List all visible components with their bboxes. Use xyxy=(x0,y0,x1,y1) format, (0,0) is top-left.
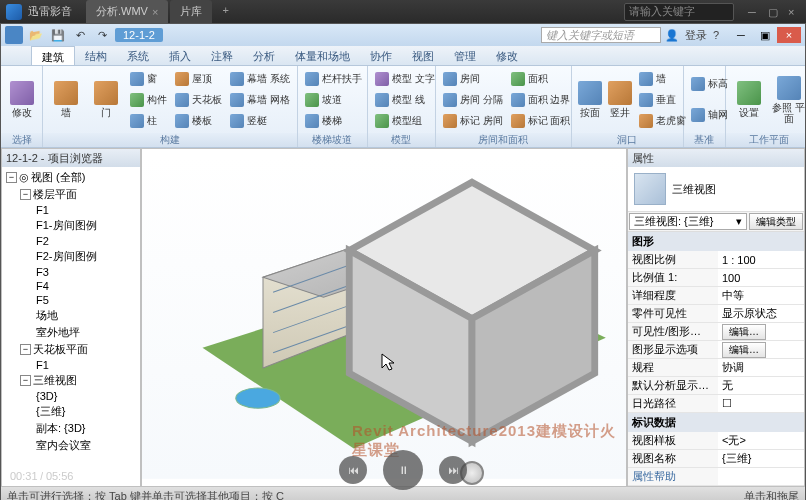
tree-item[interactable]: F3 xyxy=(4,265,138,279)
ribbon-tab-collab[interactable]: 协作 xyxy=(360,46,402,65)
dormer-button[interactable]: 老虎窗 xyxy=(636,111,689,131)
ceiling-button[interactable]: 天花板 xyxy=(172,90,225,110)
ribbon-tab-insert[interactable]: 插入 xyxy=(159,46,201,65)
player-tab-label: 分析.WMV xyxy=(96,4,148,19)
level-button[interactable]: 标高 xyxy=(688,74,731,94)
roof-button[interactable]: 屋顶 xyxy=(172,69,225,89)
floor-button[interactable]: 楼板 xyxy=(172,111,225,131)
ribbon-tab-systems[interactable]: 系统 xyxy=(117,46,159,65)
mullion-button[interactable]: 竖梃 xyxy=(227,111,293,131)
model-group-button[interactable]: 模型组 xyxy=(372,111,438,131)
column-button[interactable]: 柱 xyxy=(127,111,170,131)
stair-button[interactable]: 楼梯 xyxy=(302,111,365,131)
tree-node-ceilingplans[interactable]: −天花板平面 xyxy=(4,341,138,358)
maximize-button[interactable]: ▣ xyxy=(753,27,777,43)
tree-item[interactable]: F1 xyxy=(4,203,138,217)
wall-opening-button[interactable]: 墙 xyxy=(636,69,689,89)
prop-value[interactable]: 1 : 100 xyxy=(718,251,804,268)
grid-button[interactable]: 轴网 xyxy=(688,105,731,125)
ribbon-group-room-area: 房间和面积 xyxy=(436,133,571,147)
tree-item[interactable]: {三维} xyxy=(4,403,138,420)
player-search-input[interactable]: 请输入关键字 xyxy=(624,3,734,21)
close-button[interactable]: × xyxy=(777,27,801,43)
tree-item[interactable]: 场地 xyxy=(4,307,138,324)
viewport-3d[interactable]: ✋ Revit Architecture2013建模设计火星课堂 xyxy=(141,148,627,487)
tree-item[interactable]: {3D} xyxy=(4,389,138,403)
tree-item[interactable]: F1-房间图例 xyxy=(4,217,138,234)
ribbon-group-select: 选择 xyxy=(1,133,42,147)
tree-item[interactable]: 室外地坪 xyxy=(4,324,138,341)
revit-search-input[interactable]: 键入关键字或短语 xyxy=(541,27,661,43)
window-button[interactable]: 窗 xyxy=(127,69,170,89)
railing-button[interactable]: 栏杆扶手 xyxy=(302,69,365,89)
player-tabs: 分析.WMV × 片库 + xyxy=(86,0,237,23)
tree-item[interactable]: F5 xyxy=(4,293,138,307)
prop-label: 可见性/图形… xyxy=(628,323,718,340)
tree-item[interactable]: 副本: {3D} xyxy=(4,420,138,437)
minimize-button[interactable]: ─ xyxy=(729,27,753,43)
area-button[interactable]: 面积 xyxy=(508,69,574,89)
app-menu-button[interactable] xyxy=(5,26,23,44)
set-workplane-button[interactable]: 设置 xyxy=(730,68,768,131)
ribbon-tab-manage[interactable]: 管理 xyxy=(444,46,486,65)
ribbon-tab-architecture[interactable]: 建筑 xyxy=(31,46,75,65)
wall-button[interactable]: 墙 xyxy=(47,68,85,131)
model-line-button[interactable]: 模型 线 xyxy=(372,90,438,110)
qat-redo-icon[interactable]: ↷ xyxy=(93,26,111,44)
workspace: 12-1-2 - 项目浏览器 −◎ 视图 (全部) −楼层平面 F1 F1-房间… xyxy=(1,148,805,487)
close-icon[interactable]: × xyxy=(788,6,800,18)
tree-item[interactable]: 室内会议室 xyxy=(4,437,138,454)
ribbon-tab-structure[interactable]: 结构 xyxy=(75,46,117,65)
room-sep-button[interactable]: 房间 分隔 xyxy=(440,90,506,110)
tree-item[interactable]: F4 xyxy=(4,279,138,293)
ribbon-tab-analyze[interactable]: 分析 xyxy=(243,46,285,65)
prop-value[interactable]: 中等 xyxy=(718,287,804,304)
project-browser-tree[interactable]: −◎ 视图 (全部) −楼层平面 F1 F1-房间图例 F2 F2-房间图例 F… xyxy=(2,167,140,486)
vis-graphics-edit-button[interactable]: 编辑… xyxy=(722,324,766,340)
prop-value[interactable]: 显示原状态 xyxy=(718,305,804,322)
qat-open-icon[interactable]: 📂 xyxy=(27,26,45,44)
ref-plane-button[interactable]: 参照 平面 xyxy=(770,68,805,131)
area-bound-button[interactable]: 面积 边界 xyxy=(508,90,574,110)
edit-type-button[interactable]: 编辑类型 xyxy=(749,213,803,230)
room-button[interactable]: 房间 xyxy=(440,69,506,89)
tree-item[interactable]: F2 xyxy=(4,234,138,248)
minimize-icon[interactable]: ─ xyxy=(748,6,760,18)
modify-button[interactable]: 修改 xyxy=(5,68,38,131)
close-icon[interactable]: × xyxy=(152,6,158,18)
vertical-opening-button[interactable]: 垂直 xyxy=(636,90,689,110)
component-button[interactable]: 构件 xyxy=(127,90,170,110)
player-tab-video[interactable]: 分析.WMV × xyxy=(86,0,168,23)
ramp-button[interactable]: 坡道 xyxy=(302,90,365,110)
ribbon-tab-massing[interactable]: 体量和场地 xyxy=(285,46,360,65)
curtain-grid-button[interactable]: 幕墙 网格 xyxy=(227,90,293,110)
qat-undo-icon[interactable]: ↶ xyxy=(71,26,89,44)
properties-header[interactable]: 属性 xyxy=(628,149,804,167)
ribbon-tab-view[interactable]: 视图 xyxy=(402,46,444,65)
view-instance-combo[interactable]: 三维视图: {三维}▾ xyxy=(629,213,747,230)
tree-node-views[interactable]: −◎ 视图 (全部) xyxy=(4,169,138,186)
qat-save-icon[interactable]: 💾 xyxy=(49,26,67,44)
model-text-button[interactable]: 模型 文字 xyxy=(372,69,438,89)
tree-item[interactable]: F2-房间图例 xyxy=(4,248,138,265)
tree-item[interactable]: F1 xyxy=(4,358,138,372)
player-tab-library[interactable]: 片库 xyxy=(170,0,212,23)
tag-room-button[interactable]: 标记 房间 xyxy=(440,111,506,131)
player-add-tab-button[interactable]: + xyxy=(214,0,236,23)
tag-area-button[interactable]: 标记 面积 xyxy=(508,111,574,131)
ribbon-tab-modify[interactable]: 修改 xyxy=(486,46,528,65)
maximize-icon[interactable]: ▢ xyxy=(768,6,780,18)
login-link[interactable]: 登录 xyxy=(685,28,707,43)
prop-value[interactable]: 100 xyxy=(718,269,804,286)
ribbon-tab-annotate[interactable]: 注释 xyxy=(201,46,243,65)
tree-node-floorplans[interactable]: −楼层平面 xyxy=(4,186,138,203)
door-button[interactable]: 门 xyxy=(87,68,125,131)
project-browser-header[interactable]: 12-1-2 - 项目浏览器 xyxy=(2,149,140,167)
help-icon[interactable]: ? xyxy=(713,29,719,41)
by-face-button[interactable]: 按面 xyxy=(576,68,604,131)
ribbon-tabstrip: 建筑 结构 系统 插入 注释 分析 体量和场地 协作 视图 管理 修改 xyxy=(1,46,805,66)
shaft-button[interactable]: 竖井 xyxy=(606,68,634,131)
ribbon-group-circulation: 楼梯坡道 xyxy=(298,133,367,147)
curtain-system-button[interactable]: 幕墙 系统 xyxy=(227,69,293,89)
tree-node-3dviews[interactable]: −三维视图 xyxy=(4,372,138,389)
